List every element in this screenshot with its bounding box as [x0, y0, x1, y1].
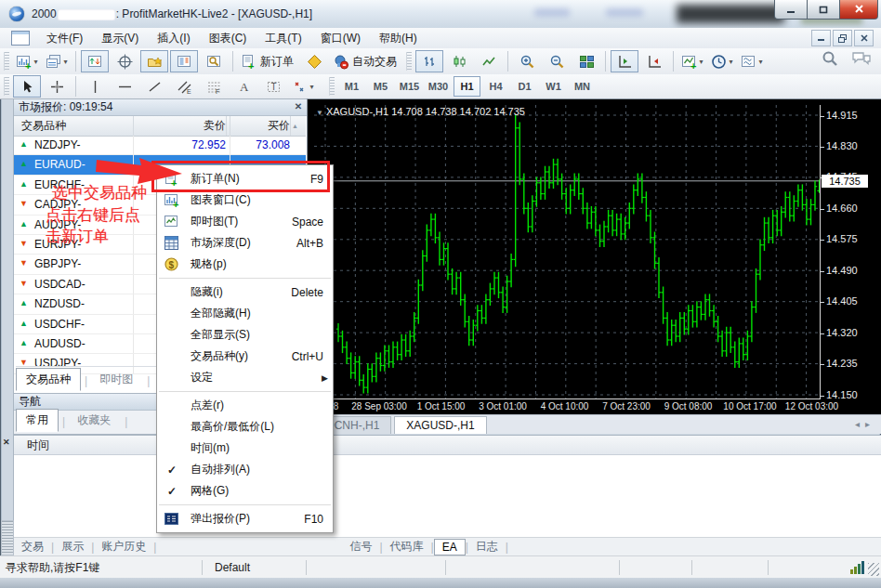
dropdown-caret-icon[interactable]: ▾: [63, 58, 67, 66]
column-header-2[interactable]: 买价: [191, 116, 291, 136]
navigator-tab-0[interactable]: 常用: [16, 409, 59, 432]
status-profile[interactable]: Default: [203, 560, 307, 575]
timeframe-button-mn[interactable]: MN: [569, 76, 596, 97]
profiles-button[interactable]: ▾: [43, 50, 71, 72]
terminal-tab-日志[interactable]: 日志: [468, 538, 506, 555]
dropdown-caret-icon[interactable]: ▾: [758, 58, 762, 66]
timeframe-button-m1[interactable]: M1: [338, 76, 365, 97]
context-menu-item-网格[interactable]: ✓网格(G): [157, 480, 333, 502]
timeframe-button-h4[interactable]: H4: [482, 76, 509, 97]
context-menu-item-交易品种[interactable]: 交易品种(y)Ctrl+U: [157, 346, 333, 367]
terminal-close-icon[interactable]: ✕: [3, 438, 12, 447]
terminal-tab-信号[interactable]: 信号: [342, 538, 379, 555]
timeframe-button-d1[interactable]: D1: [511, 76, 538, 97]
context-menu-item-市场深度[interactable]: 市场深度(D)Alt+B: [157, 232, 333, 254]
context-menu-item-时间[interactable]: 时间(m): [157, 438, 333, 459]
restore-button[interactable]: [807, 0, 840, 20]
strategy-tester-button[interactable]: [200, 50, 228, 72]
cursor-button[interactable]: [13, 75, 41, 98]
terminal-button[interactable]: [170, 50, 198, 72]
navigator-button[interactable]: [140, 50, 168, 72]
chart-time-axis[interactable]: 201828 Sep 03:001 Oct 15:003 Oct 01:004 …: [314, 400, 820, 414]
mdi-close-button[interactable]: [854, 30, 874, 46]
crosshair-button[interactable]: [43, 75, 71, 98]
zoom-in-button[interactable]: [513, 50, 541, 72]
terminal-grip[interactable]: [1, 520, 14, 555]
vline-button[interactable]: [81, 75, 109, 98]
timeframe-button-w1[interactable]: W1: [540, 76, 567, 97]
market-watch-column-headers[interactable]: 交易品种卖价买价▲: [14, 116, 306, 137]
autoscroll-button[interactable]: [640, 50, 668, 72]
market-watch-button[interactable]: [81, 50, 109, 72]
dropdown-caret-icon[interactable]: ▾: [699, 58, 703, 66]
candlestick-button[interactable]: [445, 50, 473, 72]
minimize-button[interactable]: [774, 0, 808, 20]
sort-arrow-icon[interactable]: ▲: [292, 123, 298, 129]
fibonacci-button[interactable]: F: [200, 75, 228, 98]
terminal-column-header-row[interactable]: 时间: [14, 436, 881, 455]
context-menu-item-全部显示[interactable]: 全部显示(S): [157, 324, 333, 346]
menu-item[interactable]: 帮助(H): [370, 28, 427, 49]
periods-button[interactable]: ▾: [708, 50, 736, 72]
data-window-button[interactable]: [111, 50, 138, 72]
terminal-tab-代码库[interactable]: 代码库: [383, 538, 431, 555]
chat-icon[interactable]: [851, 50, 872, 67]
toolbar-grip[interactable]: [4, 77, 9, 96]
menu-item[interactable]: 窗口(W): [311, 28, 370, 49]
chart-shift-button[interactable]: [611, 50, 638, 72]
zoom-out-button[interactable]: [543, 50, 571, 72]
terminal-tab-展示[interactable]: 展示: [54, 538, 91, 555]
column-header-0[interactable]: 交易品种: [21, 116, 122, 136]
timeframe-button-m15[interactable]: M15: [396, 76, 423, 97]
context-menu-item-全部隐藏[interactable]: 全部隐藏(H): [157, 303, 333, 324]
mdi-minimize-button[interactable]: [811, 30, 831, 46]
market-watch-close-icon[interactable]: ✕: [293, 101, 304, 112]
hline-button[interactable]: [111, 75, 138, 98]
trendline-button[interactable]: [140, 75, 168, 98]
dropdown-caret-icon[interactable]: ▾: [309, 83, 313, 91]
context-menu-item-设定[interactable]: 设定▶: [157, 367, 333, 388]
timeframe-button-m30[interactable]: M30: [425, 76, 452, 97]
context-menu-item-弹出报价[interactable]: 弹出报价(P)F10: [157, 508, 333, 529]
new-order-button[interactable]: +新订单: [238, 50, 298, 72]
toolbar-grip[interactable]: [329, 77, 335, 96]
new-chart-button[interactable]: +▾: [13, 50, 41, 72]
timeframe-button-h1[interactable]: H1: [454, 76, 480, 97]
chart-price-axis[interactable]: 14.91514.83014.74514.66014.57514.49014.4…: [821, 105, 874, 399]
search-icon[interactable]: [822, 50, 838, 67]
menu-item[interactable]: 文件(F): [37, 28, 92, 49]
mdi-restore-button[interactable]: [833, 30, 852, 46]
context-menu-item-自动排列[interactable]: ✓自动排列(A): [157, 459, 333, 480]
terminal-tab-账户历史[interactable]: 账户历史: [94, 538, 153, 555]
chart-plot-area[interactable]: [314, 105, 821, 399]
label-button[interactable]: T: [259, 75, 287, 98]
text-button[interactable]: A: [230, 75, 257, 98]
metaeditor-button[interactable]: [300, 50, 328, 72]
menu-item[interactable]: 工具(T): [256, 28, 310, 49]
toolbar-grip[interactable]: [406, 52, 412, 71]
bar-chart-button[interactable]: [415, 50, 443, 72]
chart-tab-scroll-arrows[interactable]: ◂▸: [855, 419, 875, 429]
channel-button[interactable]: E: [170, 75, 198, 98]
context-menu-item-点差[interactable]: 点差(r): [157, 395, 333, 416]
tile-windows-button[interactable]: [572, 50, 600, 72]
shapes-button[interactable]: ▾: [289, 75, 317, 98]
terminal-tab-交易[interactable]: 交易: [14, 538, 51, 555]
context-menu-item-隐藏[interactable]: 隐藏(i)Delete: [157, 281, 333, 303]
collapse-triangle-icon[interactable]: ▼: [316, 109, 323, 117]
dropdown-caret-icon[interactable]: ▾: [729, 58, 732, 66]
autotrading-button[interactable]: 自动交易: [330, 50, 401, 72]
line-chart-button[interactable]: [475, 50, 503, 72]
toolbar-grip[interactable]: [4, 52, 9, 71]
close-button[interactable]: [839, 0, 878, 20]
context-menu-item-即时图[interactable]: 即时图(T)Space: [157, 211, 333, 232]
market-watch-tab-0[interactable]: 交易品种: [16, 368, 81, 391]
templates-button[interactable]: ▾: [738, 50, 766, 72]
context-menu-item-最高价/最低价[interactable]: 最高价/最低价(L): [157, 416, 333, 438]
market-watch-tab-1[interactable]: 即时图: [89, 368, 143, 391]
menu-item[interactable]: 图表(C): [200, 28, 256, 49]
dropdown-caret-icon[interactable]: ▾: [33, 58, 37, 66]
context-menu-item-规格[interactable]: $规格(p): [157, 254, 333, 275]
navigator-tab-1[interactable]: 收藏夹: [67, 409, 121, 432]
terminal-tab-ea[interactable]: EA: [434, 539, 466, 555]
